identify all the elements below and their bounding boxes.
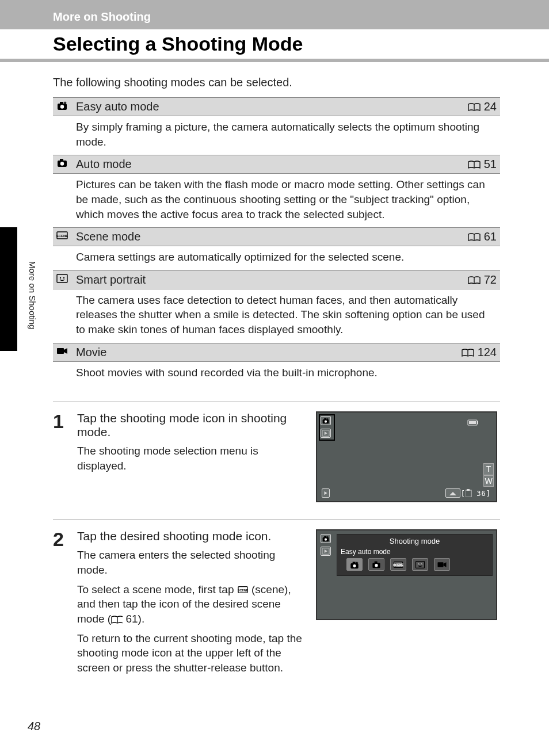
- panel-title: Shooting mode: [341, 537, 489, 545]
- table-row: Camera settings are automatically optimi…: [53, 246, 500, 271]
- smart-portrait-icon: [56, 273, 69, 284]
- scene-icon: [56, 230, 69, 240]
- mode-desc: Pictures can be taken with the flash mod…: [73, 174, 500, 228]
- mode-desc: Shoot movies with sound recorded via the…: [73, 361, 500, 385]
- table-row: Smart portrait 72: [53, 270, 500, 289]
- table-row: The camera uses face detection to detect…: [53, 289, 500, 343]
- playback-button[interactable]: [321, 547, 331, 556]
- book-icon: [111, 613, 123, 625]
- header-band: More on Shooting Selecting a Shooting Mo…: [0, 0, 549, 62]
- mode-option-smart-portrait[interactable]: [412, 558, 428, 571]
- step-title: Tap the desired shooting mode icon.: [77, 529, 308, 543]
- mode-option-movie[interactable]: [434, 558, 450, 571]
- step-number: 2: [53, 529, 77, 679]
- section-label: More on Shooting: [0, 10, 549, 27]
- table-row: By simply framing a picture, the camera …: [53, 116, 500, 155]
- book-icon: [468, 161, 481, 169]
- mode-name: Easy auto mode: [76, 100, 159, 113]
- mode-option-scene[interactable]: [390, 558, 406, 571]
- auto-icon: [56, 158, 69, 168]
- lcd-screenshot-1: T W [ 36]: [316, 411, 497, 502]
- battery-icon: [467, 418, 479, 427]
- mode-name: Auto mode: [76, 158, 132, 170]
- selected-mode-label: Easy auto mode: [341, 548, 489, 556]
- movie-icon: [56, 346, 69, 356]
- page-ref: 72: [484, 273, 497, 286]
- mode-name: Smart portrait: [76, 273, 146, 286]
- remaining-count: [ 36]: [461, 489, 491, 498]
- table-row: Scene mode 61: [53, 228, 500, 246]
- shooting-mode-button[interactable]: [321, 534, 331, 543]
- page-ref: 24: [484, 100, 497, 113]
- zoom-w[interactable]: W: [483, 475, 494, 487]
- step: 2 Tap the desired shooting mode icon. Th…: [53, 520, 500, 697]
- shooting-mode-button[interactable]: [321, 416, 331, 425]
- shooting-modes-table: Easy auto mode 24 By simply framing a pi…: [53, 97, 500, 385]
- lcd-screenshot-2: Shooting mode Easy auto mode: [316, 529, 497, 620]
- disp-arrow-icon[interactable]: [445, 488, 460, 498]
- page-ref: 61: [484, 230, 497, 243]
- scene-icon-inline: [237, 583, 249, 595]
- page-title: Selecting a Shooting Mode: [0, 29, 549, 59]
- inline-page-ref: 61: [125, 613, 138, 625]
- book-icon: [468, 276, 481, 285]
- step-text: To return to the current shooting mode, …: [77, 631, 308, 675]
- table-row: Auto mode 51: [53, 155, 500, 174]
- step-text: The shooting mode selection menu is disp…: [77, 444, 308, 473]
- mode-desc: The camera uses face detection to detect…: [73, 289, 500, 343]
- book-icon: [468, 233, 481, 242]
- table-row: Pictures can be taken with the flash mod…: [53, 174, 500, 228]
- mode-name: Movie: [76, 346, 106, 358]
- mode-option-easy-auto[interactable]: [346, 558, 363, 571]
- playback-button[interactable]: [321, 429, 331, 438]
- shooting-mode-panel: Shooting mode Easy auto mode: [337, 534, 493, 576]
- table-row: Movie 124: [53, 343, 500, 361]
- step-text: The camera enters the selected shooting …: [77, 548, 308, 577]
- menu-arrow-icon[interactable]: [322, 488, 330, 498]
- mode-desc: Camera settings are automatically optimi…: [73, 246, 500, 271]
- intro-text: The following shooting modes can be sele…: [53, 76, 500, 89]
- step-number: 1: [53, 411, 77, 502]
- book-icon: [462, 349, 474, 357]
- step-text: To select a scene mode, first tap (scene…: [77, 582, 308, 627]
- page-ref: 51: [484, 158, 497, 170]
- side-thumb-tab: [0, 227, 17, 351]
- mode-desc: By simply framing a picture, the camera …: [73, 116, 500, 155]
- page-ref: 124: [478, 346, 497, 358]
- page-number: 48: [28, 720, 40, 733]
- mode-option-auto[interactable]: [368, 558, 384, 571]
- zoom-t[interactable]: T: [483, 463, 494, 475]
- zoom-control[interactable]: T W: [483, 463, 494, 486]
- step-title: Tap the shooting mode icon in shooting m…: [77, 411, 308, 439]
- step: 1 Tap the shooting mode icon in shooting…: [53, 402, 500, 520]
- table-row: Easy auto mode 24: [53, 98, 500, 116]
- easy-auto-icon: [56, 100, 69, 110]
- book-icon: [468, 103, 481, 112]
- table-row: Shoot movies with sound recorded via the…: [53, 361, 500, 385]
- mode-name: Scene mode: [76, 230, 140, 243]
- side-section-label: More on Shooting: [28, 261, 37, 329]
